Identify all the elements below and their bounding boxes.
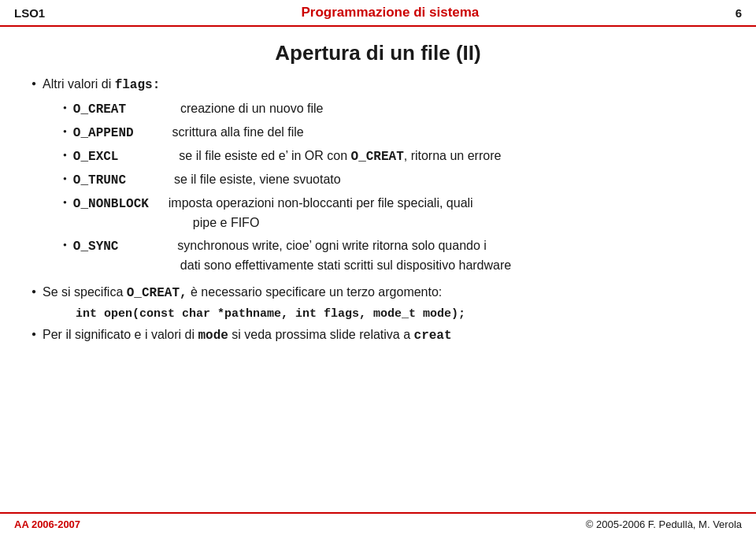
o-sync-desc: synchronous write, cioe’ ogni write rito… [177,239,487,252]
section2-plain2: è necessario specificare un terzo argome… [187,285,443,299]
o-nonblock-desc: imposta operazioni non-bloccanti per fil… [169,196,473,210]
o-sync-keyword: O_SYNC [73,240,119,254]
footer-copyright: © 2005-2006 F. Pedullà, M. Verola [586,518,742,530]
bullet-o-sync: ● O_SYNC synchronous write, cioe’ ogni w… [32,236,724,275]
bullet-dot-s2: ● [32,287,36,295]
o-excl-keyword: O_EXCL [73,150,119,164]
intro-plain: Altri valori di [43,77,115,91]
bullet-o-nonblock: ● O_NONBLOCK imposta operazioni non-bloc… [32,194,724,232]
section3-mono: mode [198,329,228,343]
code-block: int open(const char *pathname, int flags… [76,307,724,321]
o-append-text: O_APPEND scrittura alla fine del file [73,123,304,143]
o-trunc-keyword: O_TRUNC [73,173,126,188]
o-append-keyword: O_APPEND [73,126,134,140]
o-nonblock-cont: pipe e FIFO [73,214,259,232]
header-title: Programmazione di sistema [302,5,480,20]
o-nonblock-keyword: O_NONBLOCK [73,197,149,211]
o-nonblock-text: O_NONBLOCK imposta operazioni non-blocca… [73,194,473,232]
section3-plain2: si veda prossima slide relativa a [228,328,414,341]
section3-mono2: creat [414,329,452,343]
o-sync-text: O_SYNC synchronous write, cioe’ ogni wri… [73,236,511,275]
footer-year: AA 2006-2007 [14,518,80,530]
o-excl-text: O_EXCL se il file esiste ed e’ in OR con… [73,147,502,166]
bullet-o-excl: ● O_EXCL se il file esiste ed e’ in OR c… [32,147,724,166]
intro-text: Altri valori di flags: [43,75,160,95]
bullet-dot-l2-6: ● [63,241,67,248]
slide-number: 6 [736,6,742,20]
bullet-o-append: ● O_APPEND scrittura alla fine del file [32,123,724,143]
header-left-label: LSO1 [14,6,45,20]
bullet-o-creat: ● O_CREAT creazione di un nuovo file [32,99,724,119]
section2-text: Se si specifica O_CREAT, è necessario sp… [43,283,442,303]
o-trunc-desc: se il file esiste, viene svuotato [174,173,341,186]
bullet-dot-l2-4: ● [63,175,67,182]
bullet-dot-l2-2: ● [63,128,67,135]
section3-text: Per il significato e i valori di mode si… [43,325,452,345]
slide-title: Apertura di un file (II) [0,27,756,75]
bullet-dot-l2-1: ● [63,104,67,111]
bullet-dot-intro: ● [32,79,36,87]
section2-bullet: ● Se si specifica O_CREAT, è necessario … [32,283,724,303]
section2-mono: O_CREAT, [127,286,187,300]
section3-bullet: ● Per il significato e i valori di mode … [32,325,724,345]
o-excl-desc: se il file esiste ed e’ in OR con O_CREA… [179,149,501,162]
intro-bullet: ● Altri valori di flags: [32,75,724,95]
bullet-dot-l2-5: ● [63,199,67,206]
bullet-dot-l2-3: ● [63,151,67,158]
section2-plain1: Se si specifica [43,285,127,299]
o-creat-text: O_CREAT creazione di un nuovo file [73,99,324,119]
intro-mono: flags: [115,78,161,92]
o-sync-cont: dati sono effettivamente stati scritti s… [73,256,511,275]
bullet-dot-s3: ● [32,329,36,338]
o-creat-keyword: O_CREAT [73,102,126,117]
bullet-o-trunc: ● O_TRUNC se il file esiste, viene svuot… [32,170,724,190]
section3-plain1: Per il significato e i valori di [43,328,198,341]
o-trunc-text: O_TRUNC se il file esiste, viene svuotat… [73,170,341,190]
o-creat-desc: creazione di un nuovo file [180,102,323,115]
o-append-desc: scrittura alla fine del file [172,125,304,139]
